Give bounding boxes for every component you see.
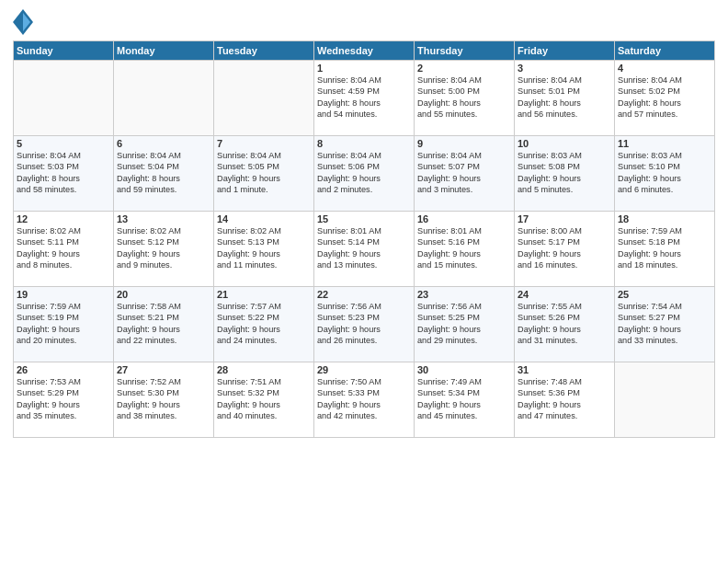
day-cell: 4Sunrise: 8:04 AM Sunset: 5:02 PM Daylig… bbox=[615, 61, 715, 136]
day-info: Sunrise: 7:59 AM Sunset: 5:18 PM Dayligh… bbox=[618, 225, 711, 271]
day-number: 16 bbox=[417, 213, 511, 224]
week-row-2: 5Sunrise: 8:04 AM Sunset: 5:03 PM Daylig… bbox=[14, 136, 715, 212]
day-info: Sunrise: 7:55 AM Sunset: 5:26 PM Dayligh… bbox=[518, 301, 611, 347]
day-cell: 26Sunrise: 7:53 AM Sunset: 5:29 PM Dayli… bbox=[14, 362, 114, 438]
day-cell: 6Sunrise: 8:04 AM Sunset: 5:04 PM Daylig… bbox=[114, 136, 214, 212]
day-info: Sunrise: 7:49 AM Sunset: 5:34 PM Dayligh… bbox=[417, 376, 511, 422]
day-number: 4 bbox=[618, 63, 711, 74]
day-cell: 19Sunrise: 7:59 AM Sunset: 5:19 PM Dayli… bbox=[14, 287, 114, 362]
day-info: Sunrise: 7:58 AM Sunset: 5:21 PM Dayligh… bbox=[117, 301, 210, 347]
logo-icon bbox=[13, 9, 33, 35]
weekday-header-saturday: Saturday bbox=[615, 41, 715, 61]
day-cell: 16Sunrise: 8:01 AM Sunset: 5:16 PM Dayli… bbox=[415, 212, 515, 287]
day-info: Sunrise: 7:56 AM Sunset: 5:25 PM Dayligh… bbox=[417, 301, 511, 347]
day-cell bbox=[615, 362, 715, 438]
day-number: 12 bbox=[17, 213, 110, 224]
day-cell: 7Sunrise: 8:04 AM Sunset: 5:05 PM Daylig… bbox=[214, 136, 314, 212]
day-cell: 10Sunrise: 8:03 AM Sunset: 5:08 PM Dayli… bbox=[515, 136, 615, 212]
calendar-table: SundayMondayTuesdayWednesdayThursdayFrid… bbox=[13, 40, 715, 438]
day-cell: 24Sunrise: 7:55 AM Sunset: 5:26 PM Dayli… bbox=[515, 287, 615, 362]
day-info: Sunrise: 7:50 AM Sunset: 5:33 PM Dayligh… bbox=[317, 376, 411, 422]
day-cell: 17Sunrise: 8:00 AM Sunset: 5:17 PM Dayli… bbox=[515, 212, 615, 287]
day-info: Sunrise: 7:59 AM Sunset: 5:19 PM Dayligh… bbox=[17, 301, 110, 347]
day-info: Sunrise: 7:52 AM Sunset: 5:30 PM Dayligh… bbox=[117, 376, 210, 422]
weekday-header-sunday: Sunday bbox=[14, 41, 114, 61]
day-cell: 13Sunrise: 8:02 AM Sunset: 5:12 PM Dayli… bbox=[114, 212, 214, 287]
day-number: 17 bbox=[518, 213, 611, 224]
day-info: Sunrise: 7:57 AM Sunset: 5:22 PM Dayligh… bbox=[217, 301, 311, 347]
day-cell: 30Sunrise: 7:49 AM Sunset: 5:34 PM Dayli… bbox=[415, 362, 515, 438]
day-number: 3 bbox=[518, 63, 611, 74]
day-cell: 8Sunrise: 8:04 AM Sunset: 5:06 PM Daylig… bbox=[314, 136, 415, 212]
day-number: 26 bbox=[17, 364, 110, 375]
day-info: Sunrise: 8:04 AM Sunset: 5:03 PM Dayligh… bbox=[17, 150, 110, 196]
weekday-header-thursday: Thursday bbox=[415, 41, 515, 61]
day-info: Sunrise: 8:04 AM Sunset: 5:06 PM Dayligh… bbox=[317, 150, 411, 196]
day-number: 13 bbox=[117, 213, 210, 224]
weekday-header-monday: Monday bbox=[114, 41, 214, 61]
day-cell: 25Sunrise: 7:54 AM Sunset: 5:27 PM Dayli… bbox=[615, 287, 715, 362]
day-info: Sunrise: 7:56 AM Sunset: 5:23 PM Dayligh… bbox=[317, 301, 411, 347]
day-cell: 29Sunrise: 7:50 AM Sunset: 5:33 PM Dayli… bbox=[314, 362, 415, 438]
day-cell: 11Sunrise: 8:03 AM Sunset: 5:10 PM Dayli… bbox=[615, 136, 715, 212]
week-row-4: 19Sunrise: 7:59 AM Sunset: 5:19 PM Dayli… bbox=[14, 287, 715, 362]
day-cell: 28Sunrise: 7:51 AM Sunset: 5:32 PM Dayli… bbox=[214, 362, 314, 438]
day-number: 19 bbox=[17, 289, 110, 300]
day-number: 24 bbox=[518, 289, 611, 300]
day-info: Sunrise: 8:04 AM Sunset: 5:04 PM Dayligh… bbox=[117, 150, 210, 196]
week-row-3: 12Sunrise: 8:02 AM Sunset: 5:11 PM Dayli… bbox=[14, 212, 715, 287]
day-number: 5 bbox=[17, 138, 110, 149]
day-cell: 1Sunrise: 8:04 AM Sunset: 4:59 PM Daylig… bbox=[314, 61, 415, 136]
day-number: 6 bbox=[117, 138, 210, 149]
day-cell: 23Sunrise: 7:56 AM Sunset: 5:25 PM Dayli… bbox=[415, 287, 515, 362]
day-number: 25 bbox=[618, 289, 711, 300]
day-cell: 20Sunrise: 7:58 AM Sunset: 5:21 PM Dayli… bbox=[114, 287, 214, 362]
day-info: Sunrise: 8:04 AM Sunset: 5:02 PM Dayligh… bbox=[618, 75, 711, 121]
day-info: Sunrise: 8:03 AM Sunset: 5:10 PM Dayligh… bbox=[618, 150, 711, 196]
day-number: 20 bbox=[117, 289, 210, 300]
day-number: 14 bbox=[217, 213, 311, 224]
day-cell bbox=[14, 61, 114, 136]
day-cell bbox=[214, 61, 314, 136]
day-info: Sunrise: 7:53 AM Sunset: 5:29 PM Dayligh… bbox=[17, 376, 110, 422]
day-number: 29 bbox=[317, 364, 411, 375]
day-number: 11 bbox=[618, 138, 711, 149]
weekday-header-tuesday: Tuesday bbox=[214, 41, 314, 61]
day-cell bbox=[114, 61, 214, 136]
day-number: 30 bbox=[417, 364, 511, 375]
weekday-header-friday: Friday bbox=[515, 41, 615, 61]
day-cell: 27Sunrise: 7:52 AM Sunset: 5:30 PM Dayli… bbox=[114, 362, 214, 438]
day-number: 22 bbox=[317, 289, 411, 300]
day-info: Sunrise: 8:04 AM Sunset: 5:01 PM Dayligh… bbox=[518, 75, 611, 121]
day-cell: 5Sunrise: 8:04 AM Sunset: 5:03 PM Daylig… bbox=[14, 136, 114, 212]
logo bbox=[13, 9, 36, 35]
day-info: Sunrise: 8:04 AM Sunset: 5:07 PM Dayligh… bbox=[417, 150, 511, 196]
day-info: Sunrise: 8:03 AM Sunset: 5:08 PM Dayligh… bbox=[518, 150, 611, 196]
day-info: Sunrise: 7:51 AM Sunset: 5:32 PM Dayligh… bbox=[217, 376, 311, 422]
calendar-container: SundayMondayTuesdayWednesdayThursdayFrid… bbox=[0, 0, 728, 563]
day-number: 7 bbox=[217, 138, 311, 149]
day-number: 27 bbox=[117, 364, 210, 375]
day-info: Sunrise: 8:02 AM Sunset: 5:13 PM Dayligh… bbox=[217, 225, 311, 271]
day-cell: 12Sunrise: 8:02 AM Sunset: 5:11 PM Dayli… bbox=[14, 212, 114, 287]
day-info: Sunrise: 8:04 AM Sunset: 5:00 PM Dayligh… bbox=[417, 75, 511, 121]
day-info: Sunrise: 7:48 AM Sunset: 5:36 PM Dayligh… bbox=[518, 376, 611, 422]
day-number: 8 bbox=[317, 138, 411, 149]
day-number: 1 bbox=[317, 63, 411, 74]
day-info: Sunrise: 8:00 AM Sunset: 5:17 PM Dayligh… bbox=[518, 225, 611, 271]
day-number: 10 bbox=[518, 138, 611, 149]
day-cell: 22Sunrise: 7:56 AM Sunset: 5:23 PM Dayli… bbox=[314, 287, 415, 362]
day-number: 9 bbox=[417, 138, 511, 149]
day-cell: 21Sunrise: 7:57 AM Sunset: 5:22 PM Dayli… bbox=[214, 287, 314, 362]
day-cell: 2Sunrise: 8:04 AM Sunset: 5:00 PM Daylig… bbox=[415, 61, 515, 136]
week-row-5: 26Sunrise: 7:53 AM Sunset: 5:29 PM Dayli… bbox=[14, 362, 715, 438]
header bbox=[13, 9, 715, 35]
day-cell: 3Sunrise: 8:04 AM Sunset: 5:01 PM Daylig… bbox=[515, 61, 615, 136]
day-info: Sunrise: 8:02 AM Sunset: 5:12 PM Dayligh… bbox=[117, 225, 210, 271]
day-info: Sunrise: 8:04 AM Sunset: 4:59 PM Dayligh… bbox=[317, 75, 411, 121]
day-number: 21 bbox=[217, 289, 311, 300]
day-number: 18 bbox=[618, 213, 711, 224]
day-cell: 31Sunrise: 7:48 AM Sunset: 5:36 PM Dayli… bbox=[515, 362, 615, 438]
day-number: 31 bbox=[518, 364, 611, 375]
week-row-1: 1Sunrise: 8:04 AM Sunset: 4:59 PM Daylig… bbox=[14, 61, 715, 136]
